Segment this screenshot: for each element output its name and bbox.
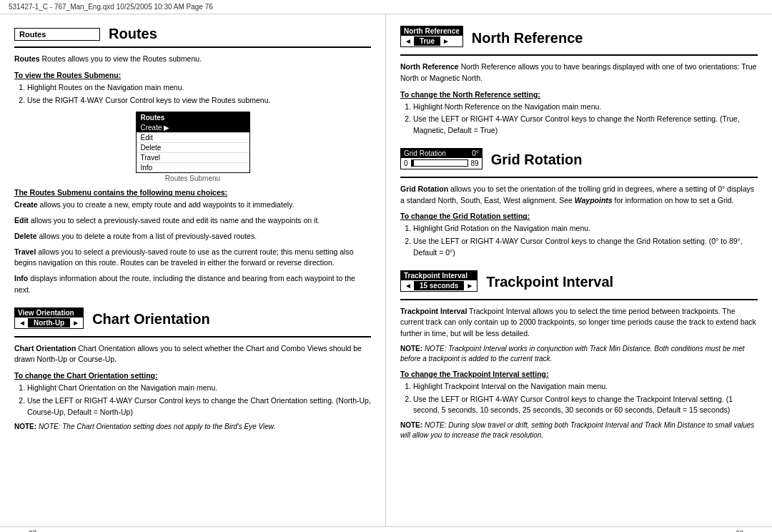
routes-delete-desc: Delete allows you to delete a route from… <box>14 231 371 242</box>
header-text: 531427-1_C - 767_Man_Eng.qxd 10/25/2005 … <box>9 3 213 11</box>
routes-step1-2: Use the RIGHT 4-WAY Cursor Control keys … <box>27 95 371 107</box>
grid-rotation-slider-body: 0 89 <box>401 158 482 169</box>
page-footer: 67 68 <box>0 526 772 532</box>
north-reference-widget-label: North Reference <box>401 26 462 36</box>
north-reference-right-arrow[interactable]: ► <box>440 37 452 45</box>
trackpoint-interval-right-arrow[interactable]: ► <box>464 282 475 290</box>
grid-rotation-min: 0 <box>404 159 408 167</box>
north-reference-intro: North Reference North Reference allows y… <box>400 61 758 84</box>
chart-orientation-value: North-Up <box>28 318 70 327</box>
grid-rotation-widget-header: Grid Rotation 0° <box>401 149 482 158</box>
trackpoint-interval-step2: Use the LEFT or RIGHT 4-WAY Cursor Contr… <box>413 394 758 417</box>
routes-travel-desc: Travel allows you to select a previously… <box>14 247 371 270</box>
trackpoint-interval-title: Trackpoint Interval <box>486 274 613 290</box>
trackpoint-interval-intro: Trackpoint Interval Trackpoint Interval … <box>400 306 758 340</box>
north-reference-title: North Reference <box>472 30 583 46</box>
grid-rotation-step1: Highlight Grid Rotation on the Navigatio… <box>413 223 758 235</box>
routes-section: Routes Routes Routes Routes allows you t… <box>14 26 371 296</box>
right-column: North Reference ◄ True ► North Reference… <box>386 14 772 526</box>
north-reference-step2: Use the LEFT or RIGHT 4-WAY Cursor Contr… <box>413 114 758 137</box>
grid-rotation-steps: Highlight Grid Rotation on the Navigatio… <box>413 223 758 258</box>
north-reference-section: North Reference ◄ True ► North Reference… <box>400 26 758 137</box>
routes-submenu-container: Routes Create ▶ Edit Delete Travel Info … <box>14 112 371 182</box>
trackpoint-interval-value: 15 seconds <box>414 281 464 290</box>
chart-orientation-section: View Orientation ◄ North-Up ► Chart Orie… <box>14 307 371 433</box>
trackpoint-interval-left-arrow[interactable]: ◄ <box>402 282 414 290</box>
chart-orientation-right-arrow[interactable]: ► <box>70 319 81 327</box>
north-reference-control: ◄ True ► <box>401 36 462 46</box>
left-column: Routes Routes Routes Routes allows you t… <box>0 14 386 526</box>
submenu-title: Routes <box>137 112 249 123</box>
chart-orientation-title: Chart Orientation <box>92 311 209 327</box>
grid-rotation-widget: Grid Rotation 0° 0 89 <box>400 148 482 169</box>
grid-rotation-divider <box>400 177 758 178</box>
grid-rotation-title: Grid Rotation <box>491 152 583 168</box>
chart-orientation-divider <box>14 336 371 338</box>
north-reference-divider <box>400 54 758 56</box>
grid-rotation-subheading: To change the Grid Rotation setting: <box>400 212 758 220</box>
submenu-item-info[interactable]: Info <box>137 163 249 172</box>
submenu-item-edit[interactable]: Edit <box>137 133 249 143</box>
north-reference-steps: Highlight North Reference on the Navigat… <box>413 102 758 137</box>
routes-divider <box>14 46 371 48</box>
chart-orientation-widget: View Orientation ◄ North-Up ► <box>14 307 84 329</box>
grid-rotation-section: Grid Rotation 0° 0 89 Grid Rotation Grid… <box>400 148 758 259</box>
routes-intro: Routes Routes allows you to view the Rou… <box>14 54 371 65</box>
routes-step1-1: Highlight Routes on the Navigation main … <box>27 82 371 94</box>
grid-rotation-max: 89 <box>471 159 479 167</box>
trackpoint-interval-step1: Highlight Trackpoint Interval on the Nav… <box>413 381 758 393</box>
trackpoint-interval-note1: NOTE: NOTE: Trackpoint Interval works in… <box>400 344 758 364</box>
routes-section-header: Routes Routes <box>14 26 371 42</box>
routes-title: Routes <box>109 26 157 42</box>
trackpoint-interval-control: ◄ 15 seconds ► <box>401 280 477 291</box>
grid-rotation-label: Grid Rotation <box>404 149 446 157</box>
trackpoint-interval-header: Trackpoint Interval ◄ 15 seconds ► Track… <box>400 270 758 295</box>
page-header: 531427-1_C - 767_Man_Eng.qxd 10/25/2005 … <box>0 0 772 14</box>
chart-orientation-left-arrow[interactable]: ◄ <box>16 319 28 327</box>
routes-subheading2: The Routes Submenu contains the followin… <box>14 188 371 197</box>
chart-orientation-control: ◄ North-Up ► <box>15 317 83 328</box>
chart-orientation-subheading: To change the Chart Orientation setting: <box>14 371 371 380</box>
routes-edit-desc: Edit allows you to select a previously-s… <box>14 215 371 227</box>
north-reference-value: True <box>414 36 440 46</box>
routes-subheading1: To view the Routes Submenu: <box>14 71 371 79</box>
grid-rotation-track[interactable] <box>411 159 468 167</box>
chart-orientation-note: NOTE: NOTE: The Chart Orientation settin… <box>14 422 371 432</box>
submenu-item-travel[interactable]: Travel <box>137 153 249 163</box>
grid-rotation-header: Grid Rotation 0° 0 89 Grid Rotation <box>400 148 758 172</box>
routes-bold: Routes <box>14 54 40 63</box>
trackpoint-interval-subheading: To change the Trackpoint Interval settin… <box>400 370 758 378</box>
routes-info-desc: Info displays information about the rout… <box>14 273 371 296</box>
trackpoint-interval-widget-label: Trackpoint Interval <box>401 271 477 280</box>
chart-orientation-header: View Orientation ◄ North-Up ► Chart Orie… <box>14 307 371 332</box>
submenu-item-delete[interactable]: Delete <box>137 143 249 153</box>
routes-submenu-box: Routes Create ▶ Edit Delete Travel Info <box>136 112 250 173</box>
chart-orientation-intro: Chart Orientation Chart Orientation allo… <box>14 343 371 366</box>
north-reference-step1: Highlight North Reference on the Navigat… <box>413 102 758 113</box>
chart-orientation-widget-label: View Orientation <box>15 308 83 317</box>
grid-rotation-step2: Use the LEFT or RIGHT 4-WAY Cursor Contr… <box>413 236 758 259</box>
trackpoint-interval-divider <box>400 299 758 300</box>
main-content: Routes Routes Routes Routes allows you t… <box>0 14 772 526</box>
north-reference-left-arrow[interactable]: ◄ <box>402 37 414 45</box>
north-reference-header: North Reference ◄ True ► North Reference <box>400 26 758 50</box>
trackpoint-interval-note2: NOTE: NOTE: During slow travel or drift,… <box>400 420 758 440</box>
grid-rotation-intro: Grid Rotation allows you to set the orie… <box>400 184 758 207</box>
routes-box-label: Routes <box>14 28 100 41</box>
north-reference-subheading: To change the North Reference setting: <box>400 90 758 99</box>
chart-orientation-steps: Highlight Chart Orientation on the Navig… <box>27 383 371 418</box>
chart-orientation-step1: Highlight Chart Orientation on the Navig… <box>27 383 371 394</box>
routes-steps1: Highlight Routes on the Navigation main … <box>27 82 371 107</box>
grid-rotation-fill <box>412 160 415 166</box>
trackpoint-interval-steps: Highlight Trackpoint Interval on the Nav… <box>413 381 758 416</box>
routes-create-desc: Create allows you to create a new, empty… <box>14 200 371 211</box>
submenu-item-create[interactable]: Create ▶ <box>137 123 249 133</box>
north-reference-widget: North Reference ◄ True ► <box>400 26 463 47</box>
submenu-label: Routes Submenu <box>165 174 220 182</box>
grid-rotation-degree: 0° <box>472 149 479 157</box>
chart-orientation-step2: Use the LEFT or RIGHT 4-WAY Cursor Contr… <box>27 395 371 418</box>
trackpoint-interval-widget: Trackpoint Interval ◄ 15 seconds ► <box>400 270 477 292</box>
trackpoint-interval-section: Trackpoint Interval ◄ 15 seconds ► Track… <box>400 270 758 441</box>
